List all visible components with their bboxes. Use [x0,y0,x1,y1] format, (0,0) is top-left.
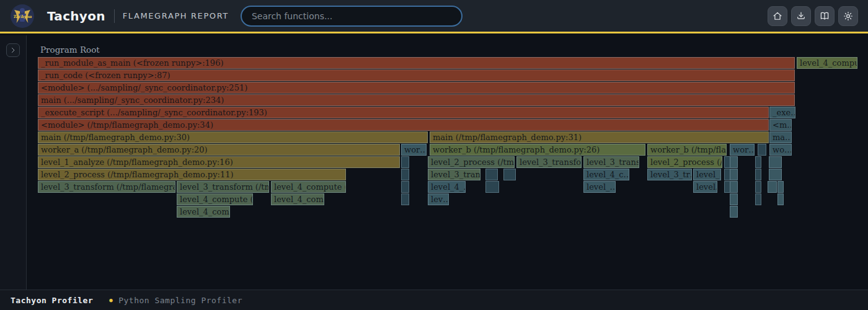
flame-bar[interactable]: level_… [583,181,616,193]
flame-bar[interactable]: level_2_process (/tmp/flamegraph_demo.py… [38,169,346,180]
flame-bar[interactable] [755,193,761,205]
flame-bar[interactable]: worker_b (/tmp/flamegraph_demo.py:26) [430,144,645,156]
flame-bar[interactable] [730,156,738,168]
flame-bar[interactable]: main (/tmp/flamegraph_demo.py:31) [430,131,769,143]
flame-bar[interactable]: level_3_transf… [428,169,480,180]
flame-bar[interactable] [485,169,498,180]
flame-bar[interactable] [755,169,761,180]
sidebar-expand-button[interactable] [6,43,20,57]
docs-button[interactable] [815,6,835,26]
flame-bar[interactable] [401,181,409,193]
svg-text:Tachyon: Tachyon [13,14,32,19]
flame-bar[interactable]: main (.../sampling/_sync_coordinator.py:… [38,94,795,106]
header-toolbar [768,6,858,26]
flame-bar[interactable] [401,169,409,180]
flame-bar[interactable] [769,169,782,180]
flame-bar[interactable]: level_3_transform… [516,156,582,168]
book-icon [819,11,830,22]
status-dot-icon: ● [109,297,113,303]
flame-bar[interactable]: <module> (/tmp/flamegraph_demo.py:34) [38,119,769,131]
flame-bar[interactable] [401,193,409,205]
report-type-label: FLAMEGRAPH REPORT [123,11,229,20]
flame-bar[interactable] [730,206,738,218]
download-button[interactable] [791,6,811,26]
flame-bar[interactable]: level_2_process (/tm… [647,156,722,168]
eagle-logo-icon: Tachyon [10,4,35,29]
app-title: Tachyon [47,9,105,24]
brightness-icon [843,11,854,22]
status-app-name: Tachyon Profiler [11,296,93,305]
home-button[interactable] [768,6,787,26]
flame-bar[interactable]: wor… [401,144,427,156]
flame-bar[interactable]: level_3_trans… [583,156,639,168]
flame-bar[interactable] [777,181,784,193]
flame-bar[interactable] [769,156,782,168]
flame-bar[interactable]: level_4_… [428,181,466,193]
flame-bar[interactable]: level_… [693,169,721,180]
flame-bar[interactable]: level_4_com… [177,206,230,218]
download-icon [795,11,807,22]
flame-bar[interactable]: wo… [769,144,792,156]
flame-bar[interactable]: lev… [428,193,449,205]
chevron-right-icon [9,46,17,54]
flame-bar[interactable]: level_4_compute (/t… [177,193,253,205]
flame-bar[interactable] [777,193,784,205]
flame-bar[interactable]: worker_b (/tmp/flame… [647,144,727,156]
flame-bar[interactable]: _run_code (<frozen runpy>:87) [38,69,795,81]
flame-bar[interactable]: level_4_compute (/t… [271,181,346,193]
flame-bar[interactable]: main (/tmp/flamegraph_demo.py:30) [38,131,428,143]
flame-bar[interactable] [758,144,766,156]
flamegraph: Program Root_run_module_as_main (<frozen… [27,35,868,290]
flame-bar[interactable]: worker_a (/tmp/flamegraph_demo.py:20) [38,144,400,156]
status-bar: Tachyon Profiler ● Python Sampling Profi… [0,290,868,310]
flame-bar[interactable] [485,181,499,193]
flame-bar[interactable]: level… [693,181,717,193]
flame-bar[interactable]: _run_module_as_main (<frozen runpy>:196) [38,57,795,69]
flame-bar[interactable]: level_3_transform (/tmp/flamegraph_dem… [38,181,175,193]
flame-bar[interactable]: level_4_c… [583,169,629,180]
app-header: Tachyon Tachyon FLAMEGRAPH REPORT [0,0,868,33]
flame-bar[interactable] [730,193,738,205]
flame-bar[interactable] [755,181,761,193]
home-icon [772,11,783,22]
left-sidebar [0,35,27,290]
flame-bar[interactable]: level_4_com… [271,193,324,205]
flame-bar[interactable]: level_3_tr… [647,169,692,180]
theme-button[interactable] [838,6,858,26]
flame-bar[interactable] [768,181,777,193]
flame-bar[interactable]: _exe… [769,107,795,118]
flame-bar[interactable]: _execute_script (.../sampling/_sync_coor… [38,107,769,118]
flame-bar[interactable] [503,169,516,180]
flame-bar[interactable]: <module> (.../sampling/_sync_coordinator… [38,82,795,94]
header-divider [114,9,115,23]
flame-bar[interactable] [730,181,738,193]
status-subtitle: Python Sampling Profiler [118,296,242,305]
flame-bar[interactable] [730,169,738,180]
flame-bar[interactable]: ma… [769,131,792,143]
flame-bar[interactable]: wor… [730,144,755,156]
flame-bar[interactable]: <m… [769,119,792,131]
flame-root-bar[interactable]: Program Root [38,45,857,56]
search-input[interactable] [241,6,463,27]
flame-bar[interactable] [401,156,409,168]
flame-bar[interactable]: level_4_comput… [797,57,857,69]
flame-bar[interactable]: level_1_analyze (/tmp/flamegraph_demo.py… [38,156,400,168]
flame-bar[interactable]: level_3_transform (/tmp/fl… [177,181,269,193]
flame-bar[interactable]: level_2_process (/tmp/fla… [428,156,515,168]
flame-bar[interactable] [755,156,761,168]
